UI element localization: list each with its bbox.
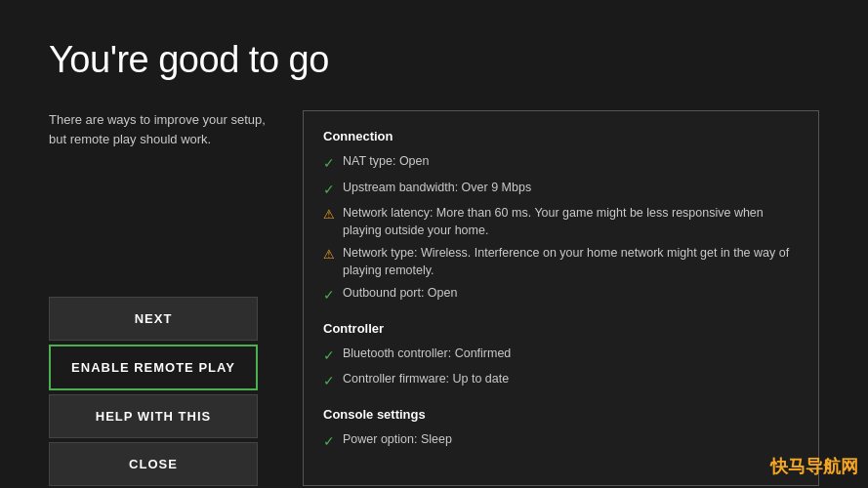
subtitle-text: There are ways to improve your setup, bu… [49,110,273,148]
item-text: Bluetooth controller: Confirmed [343,346,511,363]
page-title: You're good to go [49,39,819,81]
list-item: ✓ Controller firmware: Up to date [323,371,799,391]
main-container: You're good to go There are ways to impr… [0,0,868,488]
item-text: Network type: Wireless. Interference on … [343,245,799,279]
console-settings-section: Console settings ✓ Power option: Sleep [323,407,799,452]
list-item: ✓ NAT type: Open [323,153,799,174]
controller-title: Controller [323,321,799,336]
check-icon: ✓ [323,346,335,366]
item-text: Controller firmware: Up to date [343,371,509,388]
check-icon: ✓ [323,432,335,452]
console-settings-title: Console settings [323,407,799,422]
list-item: ⚠ Network latency: More than 60 ms. Your… [323,205,799,239]
connection-section: Connection ✓ NAT type: Open ✓ Upstream b… [323,129,799,305]
watermark: 快马导航网 [770,455,858,478]
connection-title: Connection [323,129,799,143]
list-item: ✓ Outbound port: Open [323,285,799,305]
check-icon: ✓ [323,154,335,174]
warn-icon: ⚠ [323,246,335,264]
item-text: Power option: Sleep [343,431,452,449]
enable-remote-play-button[interactable]: ENABLE REMOTE PLAY [49,345,258,390]
item-text: Network latency: More than 60 ms. Your g… [343,205,799,239]
content-area: There are ways to improve your setup, bu… [49,110,819,486]
right-panel: Connection ✓ NAT type: Open ✓ Upstream b… [303,110,819,486]
button-group: NEXT ENABLE REMOTE PLAY HELP WITH THIS C… [49,297,273,486]
list-item: ✓ Bluetooth controller: Confirmed [323,346,799,366]
help-with-this-button[interactable]: HELP WITH THIS [49,394,258,438]
item-text: Outbound port: Open [343,285,457,303]
left-panel: There are ways to improve your setup, bu… [49,110,273,486]
list-item: ⚠ Network type: Wireless. Interference o… [323,245,799,279]
list-item: ✓ Power option: Sleep [323,431,799,452]
warn-icon: ⚠ [323,206,335,224]
next-button[interactable]: NEXT [49,297,258,341]
controller-section: Controller ✓ Bluetooth controller: Confi… [323,321,799,391]
item-text: Upstream bandwidth: Over 9 Mbps [343,180,531,197]
check-icon: ✓ [323,181,335,200]
check-icon: ✓ [323,286,335,305]
item-text: NAT type: Open [343,153,429,171]
check-icon: ✓ [323,372,335,391]
list-item: ✓ Upstream bandwidth: Over 9 Mbps [323,180,799,200]
close-button[interactable]: CLOSE [49,442,258,486]
